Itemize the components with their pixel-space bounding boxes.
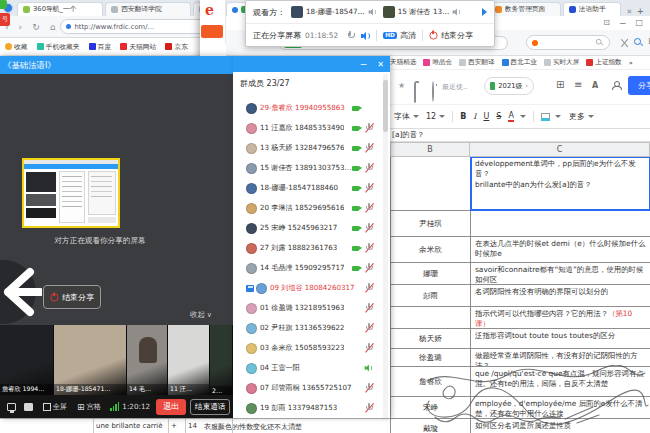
cell-question[interactable]: 泛指形容词tout toute tous toutes的区分 [471, 329, 650, 348]
star-icon[interactable]: ★ [398, 81, 405, 90]
cell-question[interactable]: 在表达几点半的时候et demi（e）什么时候加e什么时候加e [471, 237, 650, 262]
column-header-b[interactable]: B [390, 142, 470, 157]
browser-search-box[interactable] [526, 35, 610, 50]
cell-name[interactable] [391, 307, 471, 328]
doc-switcher-pill[interactable]: 2021级.. › [484, 77, 534, 95]
share-button[interactable]: 分享 [628, 76, 650, 95]
whiteboard-icon[interactable] [24, 403, 33, 411]
grid-view-label[interactable]: 宫格 [87, 402, 101, 412]
underline-button[interactable]: U [483, 112, 489, 121]
exit-button[interactable]: 退出 [156, 399, 186, 415]
member-row[interactable]: 18-娜珊-18547188460 [233, 178, 385, 198]
bookmark-item[interactable]: 西安翻译 [459, 58, 494, 67]
popup-end-share-label[interactable]: 结束分享 [441, 30, 473, 41]
end-share-button[interactable]: 结束分享 [43, 285, 101, 309]
cell-name[interactable]: 彭雨 [391, 285, 471, 306]
grid-view-icon[interactable]: ⊞ [77, 402, 85, 412]
text-format-icon[interactable]: A [592, 81, 598, 90]
share-preview-thumbnail[interactable] [22, 158, 120, 228]
speaker-icon[interactable] [368, 9, 376, 16]
bookmark-item[interactable]: 唯品会 [423, 58, 452, 67]
fullscreen-label[interactable]: 全屏 [53, 402, 67, 412]
member-row[interactable]: 27 刘露 18882361763 [233, 238, 385, 258]
more-button[interactable]: 更多 [569, 111, 594, 122]
bookmark-item[interactable]: 收藏 [5, 42, 28, 52]
video-tile[interactable]: 14 毛… [127, 325, 168, 395]
video-tile[interactable]: 2… [210, 325, 233, 395]
cell-name[interactable]: 杨天娇 [391, 329, 471, 348]
member-row[interactable]: 25 宋峥 15245963217 [233, 218, 385, 238]
folder-icon[interactable] [414, 82, 416, 103]
member-row[interactable]: 29-詹睿欣 19940955863 [233, 98, 385, 118]
minimize-icon[interactable]: − [360, 59, 368, 69]
call-titlebar[interactable]: 《基础法语I》 [0, 56, 233, 74]
cell-name[interactable]: 徐盈璐 [391, 349, 471, 366]
font-size-select[interactable]: 12 [426, 112, 445, 121]
font-color-button[interactable]: A [508, 111, 513, 122]
home-icon[interactable]: ⌂ [50, 22, 56, 32]
forward-icon[interactable]: › [19, 22, 23, 32]
screenshot-icon[interactable] [620, 38, 629, 47]
fullscreen-icon[interactable] [43, 403, 50, 411]
cell-name[interactable]: 余米欣 [391, 237, 471, 262]
video-tile[interactable]: 11 汪… [168, 325, 210, 395]
bookmark-item[interactable]: 百度 [89, 42, 112, 52]
bookmark-item[interactable]: 天猫网站 [120, 42, 156, 52]
scrollbar-thumb[interactable] [383, 80, 388, 132]
edge-app-icon[interactable] [0, 0, 7, 9]
menu-icon[interactable]: ≡ [574, 79, 582, 90]
cell-question[interactable]: 名词阴阳性有没有明确的界限可以划分的 [471, 285, 650, 306]
video-tile[interactable]: 18-娜珊-185471… [54, 325, 127, 395]
browser-tab[interactable]: 教务管理页面 [489, 2, 561, 16]
browser1-address-bar[interactable]: http://www.frdic.com/… [60, 19, 212, 34]
insert-icon[interactable]: ⊞ [556, 79, 564, 90]
caret-down-icon[interactable] [520, 115, 526, 118]
member-row[interactable]: 09 刘埴谷 18084260317 [233, 278, 385, 298]
overview-icon[interactable]: ⊡ [603, 18, 610, 27]
cell-name[interactable] [391, 157, 471, 210]
cell-question[interactable]: développement单词中，pp后面的e为什么不发音？ brillante… [471, 157, 650, 210]
viewers-more-icon[interactable] [482, 8, 487, 16]
browser1-tab[interactable]: 360导航_一个 [17, 2, 103, 16]
bold-button[interactable]: B [460, 112, 466, 121]
speaker-icon[interactable] [361, 32, 370, 40]
bookmark-item[interactable]: 西北工业 [502, 58, 537, 67]
close-icon[interactable]: ✕ [377, 60, 384, 69]
member-row[interactable]: 11 汪嘉欣 18485353490 [233, 118, 385, 138]
caret-down-icon[interactable] [555, 115, 561, 118]
member-row[interactable]: 15 谢佳杏 13891303753… [233, 158, 385, 178]
cell-question[interactable]: 做题经常查单词阴阳性，有没有好的记阴阳性的方法？ [471, 349, 650, 366]
recent-label[interactable]: 最近使.. [442, 82, 476, 92]
bookmark-item[interactable]: 京东 [165, 42, 188, 52]
browser-tab[interactable]: 法语助手 [563, 2, 621, 16]
member-row[interactable]: 14 毛晶滢 15909295717 [233, 258, 385, 278]
member-row[interactable]: 02 尹桂旗 13136539622 [233, 318, 385, 338]
end-call-button[interactable]: 结束通话 [190, 399, 230, 415]
search-icon[interactable] [596, 39, 603, 46]
member-row[interactable]: 03 余米欣 15058593223 [233, 338, 385, 358]
bookmark-item[interactable]: 实时大屏 [544, 58, 579, 67]
member-row[interactable]: 13 杨天娇 13284796576 [233, 138, 385, 158]
member-scrollbar[interactable] [383, 74, 388, 418]
member-row[interactable]: 07 邱管雨桐 13655725107 [233, 378, 385, 398]
refresh-icon[interactable]: ↻ [32, 22, 40, 32]
member-row[interactable]: 04 王雷一阳 [233, 358, 385, 378]
column-header-c[interactable]: C [470, 142, 650, 157]
edge-badge[interactable]: 号 [0, 13, 10, 26]
maximize-icon[interactable]: □ [635, 18, 643, 27]
cell-question[interactable]: 指示代词可以代指哪些内容？它的用法？（第10课） [471, 307, 650, 328]
share-screen-icon[interactable] [7, 403, 16, 411]
back-arrow-icon[interactable] [0, 266, 42, 318]
bookmark-item[interactable]: » [629, 59, 633, 67]
video-tile[interactable]: 詹睿欣 1994… [0, 325, 54, 395]
italic-button[interactable]: I [473, 112, 476, 121]
mic-icon[interactable] [346, 31, 354, 41]
member-row[interactable]: 20 李琳洁 18529695616 [233, 198, 385, 218]
hd-badge[interactable]: HD [383, 32, 397, 40]
bookmark-item[interactable]: 手机收藏夹 [37, 42, 80, 52]
cell-name[interactable]: 尹桂琪 [391, 211, 471, 236]
strikethrough-button[interactable]: S [496, 112, 501, 121]
cell-name[interactable]: 娜珊 [391, 263, 471, 284]
minimize-icon[interactable]: − [619, 18, 627, 28]
cell-question[interactable] [471, 211, 650, 236]
